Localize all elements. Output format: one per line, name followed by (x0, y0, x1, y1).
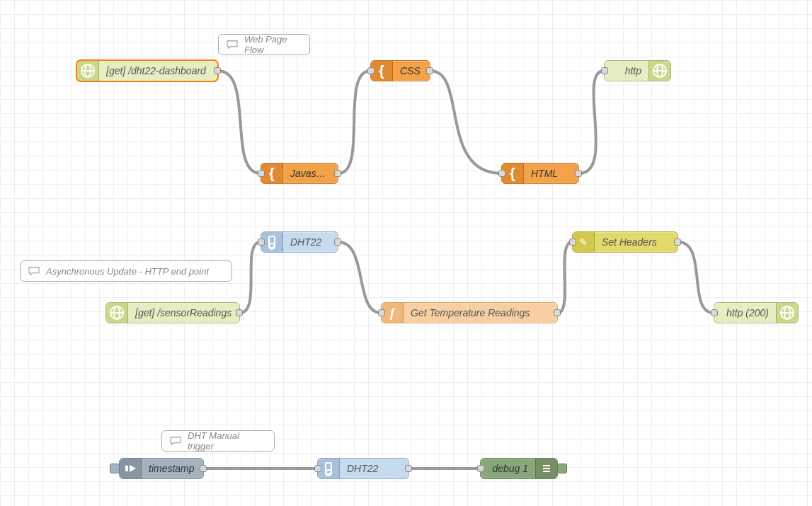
inject-button[interactable] (110, 464, 120, 473)
node-http-response-2[interactable]: http (200) (714, 302, 799, 323)
globe-icon (776, 303, 798, 323)
comment-icon (169, 436, 182, 446)
input-port[interactable] (367, 67, 374, 74)
node-label: CSS (393, 65, 430, 76)
input-port[interactable] (258, 170, 265, 177)
node-label: DHT22 (283, 236, 338, 248)
node-template-html[interactable]: { HTML (501, 163, 579, 184)
comment-web-page-flow[interactable]: Web Page Flow (218, 34, 310, 55)
globe-icon (106, 303, 128, 323)
output-port[interactable] (200, 465, 207, 472)
output-port[interactable] (214, 67, 221, 74)
node-http-in-sensor[interactable]: [get] /sensorReadings (105, 302, 240, 323)
output-port[interactable] (674, 238, 681, 246)
input-port[interactable] (498, 170, 505, 177)
output-port[interactable] (334, 170, 341, 177)
node-label: Get Temperature Readings (404, 307, 557, 318)
node-function-get-temp[interactable]: f Get Temperature Readings (381, 302, 558, 323)
node-label: timestamp (142, 463, 203, 474)
node-label: HTML (524, 168, 578, 179)
node-inject-timestamp[interactable]: timestamp (119, 458, 204, 479)
node-label: http (605, 65, 648, 76)
debug-bars-icon (535, 459, 557, 478)
node-http-in-dashboard[interactable]: [get] /dht22-dashboard (76, 60, 218, 81)
input-port[interactable] (258, 238, 265, 246)
output-port[interactable] (426, 67, 433, 74)
node-template-javascript[interactable]: { Javascript (261, 163, 338, 184)
input-port[interactable] (601, 67, 608, 74)
node-http-response-1[interactable]: http (604, 60, 671, 81)
node-label: Javascript (283, 168, 338, 179)
globe-icon (648, 61, 670, 81)
node-label: Set Headers (595, 236, 677, 248)
node-template-css[interactable]: { CSS (370, 60, 430, 81)
comment-text: Web Page Flow (244, 34, 302, 55)
node-dht22-b[interactable]: DHT22 (317, 458, 409, 479)
debug-toggle-button[interactable] (557, 464, 567, 473)
comment-text: DHT Manual trigger (188, 430, 267, 452)
input-port[interactable] (569, 238, 576, 246)
node-dht22-a[interactable]: DHT22 (261, 231, 338, 253)
comment-icon (28, 266, 40, 276)
node-label: [get] /dht22-dashboard (99, 65, 217, 76)
input-port[interactable] (477, 465, 484, 472)
inject-arrow-icon (120, 459, 142, 478)
output-port[interactable] (554, 309, 561, 316)
input-port[interactable] (314, 465, 321, 472)
input-port[interactable] (711, 309, 718, 316)
output-port[interactable] (405, 465, 412, 472)
comment-async-update[interactable]: Asynchronous Update - HTTP end point (20, 260, 232, 282)
output-port[interactable] (334, 238, 341, 246)
output-port[interactable] (236, 309, 243, 316)
globe-icon (77, 61, 99, 81)
comment-dht-manual[interactable]: DHT Manual trigger (161, 430, 275, 452)
node-change-set-headers[interactable]: ✎ Set Headers (572, 231, 678, 253)
node-label: DHT22 (340, 463, 408, 474)
output-port[interactable] (575, 170, 582, 177)
node-debug[interactable]: debug 1 (480, 458, 558, 479)
input-port[interactable] (378, 309, 385, 316)
node-label: debug 1 (481, 463, 535, 474)
node-label: http (200) (714, 307, 776, 318)
node-label: [get] /sensorReadings (128, 307, 239, 318)
comment-icon (226, 40, 239, 50)
comment-text: Asynchronous Update - HTTP end point (46, 266, 209, 277)
